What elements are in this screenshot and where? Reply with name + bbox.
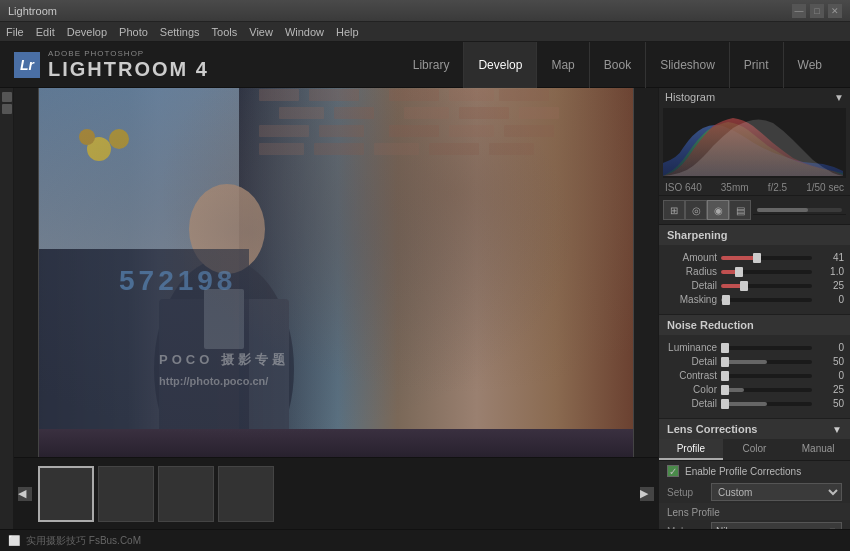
graduated-filter-tool[interactable]: ▤ xyxy=(729,200,751,220)
menu-view[interactable]: View xyxy=(249,26,273,38)
radius-thumb[interactable] xyxy=(735,267,743,277)
left-panel xyxy=(0,88,14,529)
detail-track[interactable] xyxy=(721,284,812,288)
menu-photo[interactable]: Photo xyxy=(119,26,148,38)
histogram-chart xyxy=(663,108,846,176)
sharpening-header[interactable]: Sharpening xyxy=(659,225,850,245)
menu-settings[interactable]: Settings xyxy=(160,26,200,38)
redeye-tool[interactable]: ◉ xyxy=(707,200,729,220)
radius-track[interactable] xyxy=(721,270,812,274)
masking-thumb[interactable] xyxy=(722,295,730,305)
nr-detail2-track[interactable] xyxy=(721,402,812,406)
film-thumbnail[interactable] xyxy=(98,466,154,522)
nr-luminance-label: Luminance xyxy=(665,342,717,353)
tab-map[interactable]: Map xyxy=(536,42,588,88)
hist-iso: ISO 640 xyxy=(665,182,702,193)
film-thumbnail[interactable] xyxy=(218,466,274,522)
nr-color-thumb[interactable] xyxy=(721,385,729,395)
nr-detail-track[interactable] xyxy=(721,360,812,364)
make-dropdown-icon: ▼ xyxy=(828,526,837,529)
nr-contrast-track[interactable] xyxy=(721,374,812,378)
maximize-button[interactable]: □ xyxy=(810,4,824,18)
close-button[interactable]: ✕ xyxy=(828,4,842,18)
histogram-title: Histogram xyxy=(665,91,715,103)
lr-badge: Lr xyxy=(14,52,40,78)
nr-luminance-track[interactable] xyxy=(721,346,812,350)
nr-color-row: Color 25 xyxy=(665,384,844,395)
tab-slideshow[interactable]: Slideshow xyxy=(645,42,729,88)
tab-library[interactable]: Library xyxy=(399,42,464,88)
exposure-slider-row xyxy=(753,206,846,215)
filmstrip-arrow-right[interactable]: ▶ xyxy=(640,487,654,501)
lens-profile-subheader: Lens Profile xyxy=(659,503,850,520)
lens-tab-color[interactable]: Color xyxy=(723,439,787,460)
center-area: 572198 POCO 摄影专题 http://photo.poco.cn/ ◀… xyxy=(14,88,658,529)
left-tool-icon[interactable] xyxy=(2,104,12,114)
film-thumbnail[interactable] xyxy=(38,466,94,522)
film-thumbnail[interactable] xyxy=(158,466,214,522)
setup-dropdown[interactable]: Custom xyxy=(711,483,842,501)
detail-label: Detail xyxy=(665,280,717,291)
nr-color-value: 25 xyxy=(816,384,844,395)
menu-tools[interactable]: Tools xyxy=(212,26,238,38)
nr-contrast-thumb[interactable] xyxy=(721,371,729,381)
lens-expand-icon[interactable]: ▼ xyxy=(832,424,842,435)
amount-track[interactable] xyxy=(721,256,812,260)
menubar: File Edit Develop Photo Settings Tools V… xyxy=(0,22,850,42)
nr-detail-thumb[interactable] xyxy=(721,357,729,367)
hist-mm: 35mm xyxy=(721,182,749,193)
left-tools xyxy=(0,88,14,114)
histogram-expand-icon[interactable]: ▼ xyxy=(834,92,844,103)
amount-value: 41 xyxy=(816,252,844,263)
menu-develop[interactable]: Develop xyxy=(67,26,107,38)
menu-help[interactable]: Help xyxy=(336,26,359,38)
enable-corrections-row: ✓ Enable Profile Corrections xyxy=(659,461,850,481)
spot-removal-tool[interactable]: ◎ xyxy=(685,200,707,220)
app-name: LIGHTROOM 4 xyxy=(48,58,209,81)
nav-tabs: Library Develop Map Book Slideshow Print… xyxy=(399,42,836,88)
detail-thumb[interactable] xyxy=(740,281,748,291)
amount-thumb[interactable] xyxy=(753,253,761,263)
lens-corrections-header[interactable]: Lens Corrections ▼ xyxy=(659,419,850,439)
tab-web[interactable]: Web xyxy=(783,42,836,88)
nr-contrast-label: Contrast xyxy=(665,370,717,381)
menu-file[interactable]: File xyxy=(6,26,24,38)
lens-profile-content: ✓ Enable Profile Corrections Setup Custo… xyxy=(659,461,850,529)
lens-tab-manual[interactable]: Manual xyxy=(786,439,850,460)
histogram-canvas xyxy=(663,108,846,178)
sharpening-detail-row: Detail 25 xyxy=(665,280,844,291)
hist-shutter: 1/50 sec xyxy=(806,182,844,193)
sharpening-masking-row: Masking 0 xyxy=(665,294,844,305)
app-title: Lightroom xyxy=(8,5,57,17)
enable-corrections-checkbox[interactable]: ✓ xyxy=(667,465,679,477)
tab-book[interactable]: Book xyxy=(589,42,645,88)
tab-print[interactable]: Print xyxy=(729,42,783,88)
sharpening-title: Sharpening xyxy=(667,229,728,241)
detail-value: 25 xyxy=(816,280,844,291)
filmstrip-arrow-left[interactable]: ◀ xyxy=(18,487,32,501)
masking-track[interactable] xyxy=(721,298,812,302)
crop-tool[interactable]: ⊞ xyxy=(663,200,685,220)
nr-color-label: Color xyxy=(665,384,717,395)
menu-edit[interactable]: Edit xyxy=(36,26,55,38)
make-value[interactable]: Nikon ▼ xyxy=(711,522,842,529)
masking-value: 0 xyxy=(816,294,844,305)
minimize-button[interactable]: — xyxy=(792,4,806,18)
noise-reduction-header[interactable]: Noise Reduction xyxy=(659,315,850,335)
nr-detail2-thumb[interactable] xyxy=(721,399,729,409)
menu-window[interactable]: Window xyxy=(285,26,324,38)
exposure-track[interactable] xyxy=(757,208,842,212)
sharpening-content: Amount 41 Radius 1.0 xyxy=(659,245,850,314)
app-title-block: ADOBE PHOTOSHOP LIGHTROOM 4 xyxy=(48,49,209,81)
lens-tabs: Profile Color Manual xyxy=(659,439,850,461)
photo-overlay xyxy=(39,88,633,457)
tab-develop[interactable]: Develop xyxy=(463,42,536,88)
noise-reduction-title: Noise Reduction xyxy=(667,319,754,331)
nr-lum-thumb[interactable] xyxy=(721,343,729,353)
lens-tab-profile[interactable]: Profile xyxy=(659,439,723,460)
histogram-section: Histogram ▼ xyxy=(659,88,850,196)
nr-luminance-row: Luminance 0 xyxy=(665,342,844,353)
sharpening-amount-row: Amount 41 xyxy=(665,252,844,263)
nr-color-track[interactable] xyxy=(721,388,812,392)
left-tool-icon[interactable] xyxy=(2,92,12,102)
